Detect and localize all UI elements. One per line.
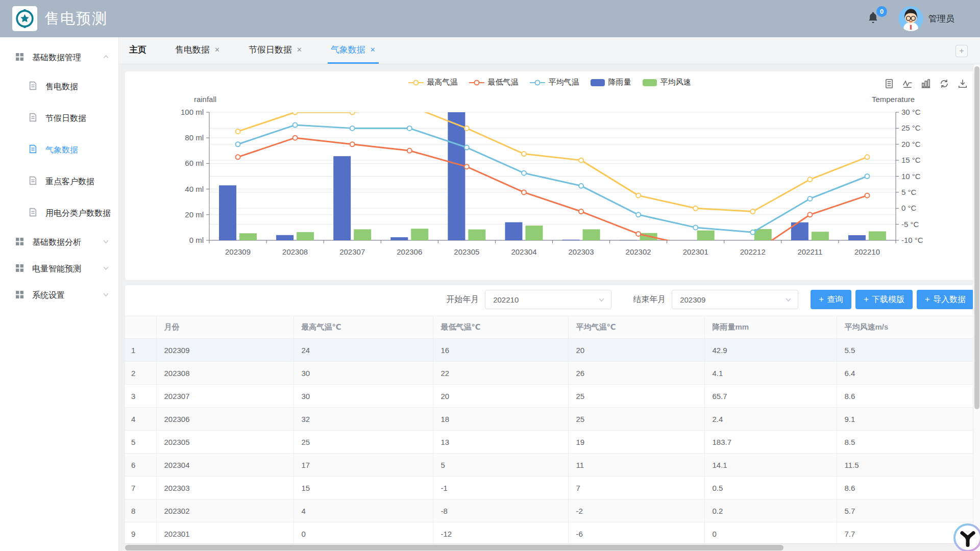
legend-item[interactable]: 最高气温	[408, 78, 458, 87]
table-cell: 202305	[156, 431, 293, 454]
chevron-up-icon	[103, 53, 109, 62]
table-row[interactable]: 92023010-12-607.7	[125, 522, 974, 545]
sidebar-item[interactable]: 重点客户数据	[0, 166, 118, 197]
plus-icon: +	[819, 294, 824, 305]
table-cell: 0.5	[704, 477, 837, 499]
table-row[interactable]: 120230924162042.95.5	[125, 339, 974, 362]
svg-text:0 °C: 0 °C	[901, 204, 917, 212]
table-column-header[interactable]: 平均风速m/s	[837, 316, 974, 339]
table-row[interactable]: 5202305251319183.78.5	[125, 431, 974, 454]
tab-close-icon[interactable]: ✕	[297, 46, 302, 54]
query-button[interactable]: +查询	[811, 290, 851, 309]
avatar[interactable]	[898, 6, 923, 31]
chevron-down-icon	[785, 296, 792, 305]
table-row[interactable]: 720230315-170.58.6	[125, 477, 974, 499]
table-cell: 30	[293, 362, 433, 385]
start-month-label: 开始年月	[446, 294, 479, 305]
svg-text:202302: 202302	[626, 247, 651, 256]
admin-label[interactable]: 管理员	[928, 13, 954, 24]
table-column-header[interactable]: 月份	[156, 316, 293, 339]
tab[interactable]: 售电数据✕	[172, 37, 223, 64]
table-row[interactable]: 320230730202565.78.6	[125, 385, 974, 408]
vertical-scrollbar[interactable]	[973, 64, 980, 551]
table-cell: 2.4	[704, 408, 837, 431]
data-view-icon[interactable]	[884, 79, 894, 89]
line-chart-switch-icon[interactable]	[902, 79, 913, 89]
table-row[interactable]: 62023041751114.111.5	[125, 454, 974, 477]
table-cell: 9	[125, 522, 156, 545]
restore-icon[interactable]	[939, 79, 949, 89]
table-column-header[interactable]	[125, 316, 156, 339]
sidebar-item[interactable]: 节假日数据	[0, 103, 118, 134]
tab-label: 节假日数据	[249, 44, 292, 56]
sidebar-item[interactable]: 售电数据	[0, 71, 118, 103]
sidebar-group-toggle[interactable]: 基础数据管理	[0, 44, 118, 71]
chevron-down-icon	[103, 264, 109, 273]
assistant-widget-button[interactable]	[953, 523, 980, 551]
table-column-header[interactable]: 平均气温℃	[568, 316, 704, 339]
table-cell: 22	[433, 362, 568, 385]
end-month-select[interactable]: 202309	[672, 290, 798, 309]
vertical-scrollbar-thumb[interactable]	[974, 66, 979, 409]
table-cell: 14.1	[704, 454, 837, 477]
sidebar-group-toggle[interactable]: 电量智能预测	[0, 256, 118, 282]
table-column-header[interactable]: 最低气温℃	[433, 316, 568, 339]
table-column-header[interactable]: 降雨量mm	[704, 316, 837, 339]
table-row[interactable]: 82023024-8-20.25.7	[125, 499, 974, 522]
tab-close-icon[interactable]: ✕	[214, 46, 220, 54]
save-image-icon[interactable]	[958, 79, 968, 89]
sidebar-item-label: 气象数据	[45, 145, 78, 156]
notification-bell-icon[interactable]: 0	[866, 11, 880, 27]
tab-close-icon[interactable]: ✕	[370, 46, 376, 54]
legend-item[interactable]: 最低气温	[469, 78, 519, 87]
svg-text:202212: 202212	[740, 247, 766, 256]
table-cell: 4	[125, 408, 156, 431]
sidebar-group-toggle[interactable]: 基础数据分析	[0, 229, 118, 256]
weather-chart[interactable]: 0 ml20 ml40 ml60 ml80 ml100 ml30 °C25 °C…	[125, 71, 974, 280]
svg-text:20 °C: 20 °C	[901, 140, 921, 148]
table-row[interactable]: 22023083022264.16.4	[125, 362, 974, 385]
start-month-select[interactable]: 202210	[485, 290, 611, 309]
table-cell: 42.9	[704, 339, 837, 362]
table-cell: 8	[125, 499, 156, 522]
document-icon	[29, 81, 37, 92]
table-cell: 0	[293, 522, 433, 545]
svg-text:30 °C: 30 °C	[901, 108, 921, 116]
table-cell: 32	[293, 408, 433, 431]
horizontal-scrollbar[interactable]	[125, 543, 974, 551]
svg-text:-5 °C: -5 °C	[901, 220, 919, 229]
table-cell: 18	[433, 408, 568, 431]
svg-text:202210: 202210	[854, 247, 880, 256]
svg-text:202301: 202301	[683, 247, 708, 256]
table-cell: 8.6	[837, 477, 974, 499]
legend-item[interactable]: 平均风速	[643, 78, 691, 87]
download-template-button[interactable]: +下载模版	[855, 290, 913, 309]
tab-list: 主页售电数据✕节假日数据✕气象数据✕	[126, 37, 401, 64]
horizontal-scrollbar-thumb[interactable]	[125, 545, 783, 550]
table-cell: 202309	[156, 339, 293, 362]
table-cell: 5.7	[837, 499, 974, 522]
bar-chart-switch-icon[interactable]	[921, 79, 931, 89]
table-cell: 25	[568, 408, 704, 431]
svg-text:Temperature: Temperature	[872, 95, 915, 104]
tab[interactable]: 主页	[126, 37, 150, 64]
tab[interactable]: 气象数据✕	[328, 37, 379, 64]
legend-label: 平均风速	[660, 78, 691, 87]
svg-text:202211: 202211	[797, 247, 822, 256]
legend-item[interactable]: 平均气温	[530, 78, 579, 87]
table-cell: 25	[293, 431, 433, 454]
sidebar-item[interactable]: 气象数据	[0, 134, 118, 166]
table-row[interactable]: 42023063218252.49.1	[125, 408, 974, 431]
grid-icon	[15, 53, 24, 63]
app-window: 售电预测 0	[0, 0, 980, 551]
table-cell: 11.5	[837, 454, 974, 477]
import-data-button[interactable]: +导入数据	[917, 290, 974, 309]
table-cell: 24	[293, 339, 433, 362]
table-column-header[interactable]: 最高气温℃	[293, 316, 433, 339]
new-tab-button[interactable]: +	[955, 45, 968, 57]
tab[interactable]: 节假日数据✕	[246, 37, 305, 64]
sidebar-group-toggle[interactable]: 系统设置	[0, 282, 118, 309]
chevron-down-icon	[103, 238, 109, 247]
legend-item[interactable]: 降雨量	[591, 78, 631, 87]
sidebar-item[interactable]: 用电分类户数数据	[0, 197, 118, 229]
